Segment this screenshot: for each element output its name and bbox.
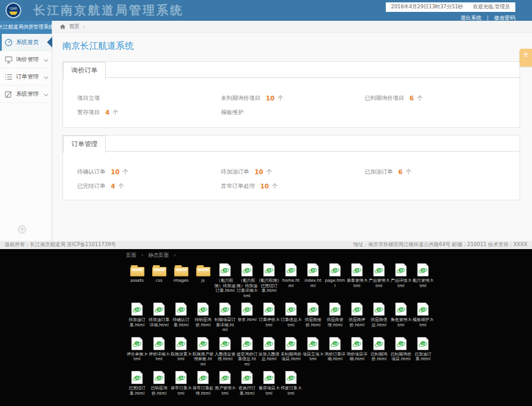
file-item[interactable]: e 已到期询价.html [368,337,390,367]
stat-item[interactable]: 模板维护 [221,105,365,119]
file-name: 添加入围信息.html [259,352,279,362]
file-item[interactable]: e 暂存项目.html [258,371,280,396]
file-item[interactable]: e 评价详细.html [148,337,170,367]
file-item[interactable]: e 已加油订单.html [412,337,434,367]
sidebar-collapse-button[interactable]: ‹ [18,225,26,234]
file-item[interactable]: e 已响应询价.html [148,371,170,396]
file-item[interactable]: e 异常订单.html [170,371,192,396]
sidebar-item-label: 系统首页 [16,39,39,46]
stat-item[interactable]: 未到期询价项目 10 个 [221,91,365,105]
file-item[interactable]: e 已到期询价项目.html [390,337,412,367]
stat-label: 异常订单处理 [221,182,255,190]
sidebar-item-home[interactable]: 系统首页 [0,34,52,51]
link-separator: | [487,15,489,21]
file-item[interactable]: e 待响应询价.html [192,303,214,333]
sidebar-item-system[interactable]: 系统管理 [0,86,52,103]
file-crumb-root[interactable]: 页面 [126,252,136,258]
file-name: 异常订单处理.html [193,386,213,396]
tab-order-management[interactable]: 订单管理 [63,136,106,153]
html-file-icon: e [285,303,297,316]
file-item[interactable]: css [148,263,170,298]
sidebar-item-inquiry[interactable]: 询价管理 [0,51,52,68]
file-item[interactable]: e 船只管理.html [412,263,434,298]
stat-item[interactable]: 异常订单处理 10 个 [221,179,365,193]
file-item[interactable]: e 提交询价订单信息.html [236,337,258,367]
stat-item[interactable]: 项目立项 [77,91,221,105]
stat-item[interactable]: 已到期询价项目 6 个 [365,91,509,105]
file-item[interactable]: e 模板维护.html [412,303,434,333]
file-name: 到期项目订单详细.html [215,317,235,333]
file-item[interactable]: e page.html [324,263,346,298]
file-item[interactable]: e 权限用户管理界面.html [192,337,214,367]
tab-inquiry-orders[interactable]: 询价订单 [63,62,106,80]
theme-settings-tab[interactable] [520,49,532,67]
file-item[interactable]: e 菜单管理.html [346,263,368,298]
html-file-icon: e [307,337,319,350]
file-crumb-folder[interactable]: 静态页面 [149,252,169,258]
list-icon [5,73,12,81]
file-item[interactable]: e index.html [302,263,324,298]
content-region: 长江航道局供货管理系统 系统首页 询价管理 订单管理 [0,21,532,241]
file-item[interactable]: e 入围信息管理.html [214,337,236,367]
file-name: assets [130,278,143,284]
file-item[interactable]: e 产品详情.html [390,263,412,298]
edit-icon [5,90,12,98]
file-item[interactable]: e 在执行订单.html [236,371,258,396]
file-item[interactable]: assets [126,263,148,298]
file-item[interactable]: images [170,263,192,298]
chevron-down-icon [44,92,48,96]
html-file-icon: e [241,337,253,350]
stat-count: 4 [105,109,109,116]
file-item[interactable]: e 供应商报价.html [302,303,324,333]
panel-tabs: 订单管理 [63,136,520,152]
file-item[interactable]: e 项目立项.html [302,337,324,367]
stat-item[interactable]: 待确认订单 10 个 [77,165,221,179]
file-item[interactable]: e 订单评价.html [258,303,280,333]
file-item[interactable]: e 待加油订单详细.html [148,303,170,333]
app-window: CJHD 长江南京航道局管理系统 2016年4月29日13时37分51秒 欢迎光… [0,0,532,406]
file-item[interactable]: e 询价订单详细.html [324,337,346,367]
file-item[interactable]: e 添加入围信息.html [258,337,280,367]
chevron-down-icon [44,75,48,79]
stat-item[interactable]: 待加油订单 10 个 [221,165,365,179]
file-item[interactable]: e 到期项目订单详细.html [214,303,236,333]
file-item[interactable]: e 产品管理.html [368,263,390,298]
html-file-icon: e [219,337,231,350]
file-item[interactable]: e 已完结订单.html [126,371,148,396]
file-item[interactable]: e 询价项目详细.html [346,337,368,367]
file-item[interactable]: e 未到期询价项目.html [280,337,302,367]
stat-item[interactable]: 暂存项目 4 个 [77,105,221,119]
file-item[interactable]: e 登录.html [236,303,258,333]
html-file-icon: e [395,303,407,316]
file-item[interactable]: e （船只权限）待加油订单.html [214,263,236,298]
stat-count: 10 [111,168,120,175]
breadcrumb-home[interactable]: 首页 [69,23,80,30]
file-item[interactable]: e (船只权限)已完结订单.html [258,263,280,298]
file-item[interactable]: e 订单信息.html [280,303,302,333]
file-item[interactable]: e （船只权限）待加油订单详细.html [236,263,258,298]
file-item[interactable]: e 异常订单处理.html [192,371,214,396]
stat-item[interactable]: 已加油订单 6 个 [365,165,509,179]
file-item[interactable]: e 用户管理.html [214,371,236,396]
change-password-link[interactable]: 修改密码 [494,15,515,21]
file-item[interactable]: e 评分界面.html [126,337,148,367]
file-name: 模板维护.html [413,317,433,328]
file-item[interactable]: e 作废订单.html [280,371,302,396]
file-item[interactable]: e 待加油订单.html [126,303,148,333]
logout-link[interactable]: 退出系统 [460,15,481,21]
file-item[interactable]: e 供应商管理.html [324,303,346,333]
file-name: 作废订单.html [281,386,301,396]
monitor-icon [5,56,12,64]
file-item[interactable]: e 供应商评价.html [346,303,368,333]
sidebar-item-orders[interactable]: 订单管理 [0,68,52,86]
file-item[interactable]: e 待确认订单.html [170,303,192,333]
file-item[interactable]: e 权限设置.html [170,337,192,367]
file-name: 供应商管理.html [325,317,345,328]
sidebar-item-label: 系统管理 [16,90,39,98]
file-item[interactable]: e home.html [280,263,302,298]
stat-item[interactable]: 已完结订单 4 个 [77,179,221,193]
file-item[interactable]: e 角色管理.html [390,303,412,333]
file-name: 供应商报价.html [303,317,323,328]
file-item[interactable]: js [192,263,214,298]
file-item[interactable]: e 供应商信息.html [368,303,390,333]
